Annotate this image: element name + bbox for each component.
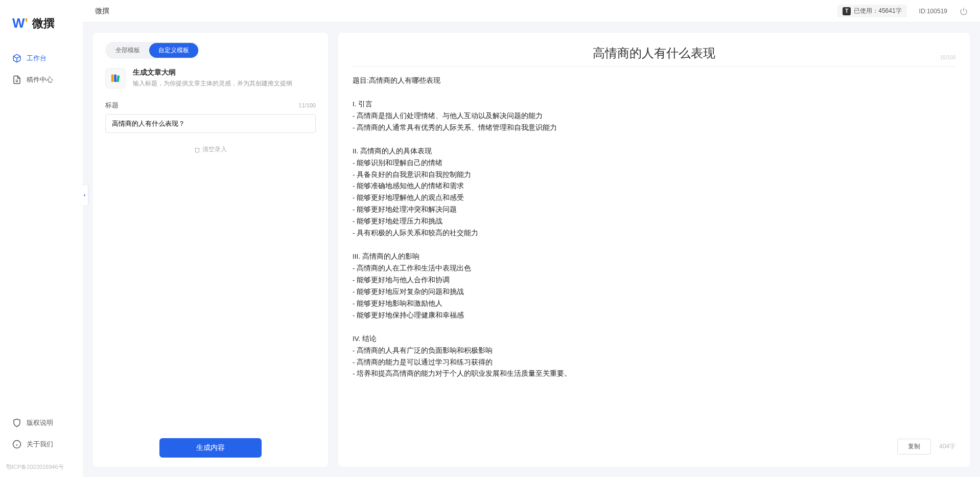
page-title: 微撰 [95,7,109,16]
text-icon: T [843,7,851,15]
sidebar-item-label: 版权说明 [27,418,53,427]
main-area: 微撰 T 已使用：45641字 ID:100519 全部模板 自定义模板 [83,0,980,477]
sidebar-collapse-handle[interactable] [81,185,88,206]
sidebar-nav: 工作台 稿件中心 [0,49,83,413]
power-button[interactable] [960,7,968,15]
shield-icon [12,418,21,427]
output-panel: 高情商的人有什么表现 10/100 题目:高情商的人有哪些表现 I. 引言 - … [338,33,970,467]
title-input[interactable] [105,114,316,133]
svg-rect-7 [111,75,114,82]
user-id: ID:100519 [919,8,947,15]
template-title: 生成文章大纲 [133,68,316,77]
icp-footer: 鄂ICP备2022016946号 [0,460,83,477]
output-title: 高情商的人有什么表现 [353,45,955,61]
sidebar-item-label: 工作台 [27,54,46,63]
tab-all-templates[interactable]: 全部模板 [106,43,149,58]
sidebar-item-label: 关于我们 [27,440,53,449]
title-label: 标题 [105,101,119,110]
sidebar-item-workspace[interactable]: 工作台 [6,49,77,68]
title-char-count: 11/100 [298,102,316,108]
template-card: 生成文章大纲 输入标题，为你提供文章主体的灵感，并为其创建推文提纲 [105,68,316,88]
logo-icon: W' [12,15,28,31]
sidebar: W' 微撰 工作台 稿件中心 版权说明 [0,0,83,477]
sidebar-item-copyright[interactable]: 版权说明 [6,413,77,433]
trash-icon [194,147,200,153]
output-word-count: 404字 [939,442,955,451]
sidebar-bottom-nav: 版权说明 关于我们 [0,413,83,460]
output-body[interactable]: 题目:高情商的人有哪些表现 I. 引言 - 高情商是指人们处理情绪、与他人互动以… [353,75,955,424]
template-desc: 输入标题，为你提供文章主体的灵感，并为其创建推文提纲 [133,79,316,88]
sidebar-item-about[interactable]: 关于我们 [6,435,77,454]
usage-badge: T 已使用：45641字 [837,5,906,17]
input-panel: 全部模板 自定义模板 生成文章大纲 输入标题，为你提供文章主体的灵感，并为其创建… [93,33,328,467]
sidebar-item-drafts[interactable]: 稿件中心 [6,70,77,89]
copy-button[interactable]: 复制 [897,439,931,455]
generate-button[interactable]: 生成内容 [159,438,262,458]
cube-icon [12,54,21,63]
output-title-count: 10/100 [940,55,955,60]
topbar: 微撰 T 已使用：45641字 ID:100519 [83,0,980,22]
clear-label: 清空录入 [202,145,227,154]
document-icon [12,75,21,84]
sidebar-item-label: 稿件中心 [27,75,53,84]
svg-rect-8 [114,75,116,82]
tab-custom-templates[interactable]: 自定义模板 [149,43,198,58]
svg-rect-9 [116,75,120,82]
brand-text: 微撰 [32,16,55,31]
brand-logo: W' 微撰 [0,0,83,49]
usage-label: 已使用：45641字 [854,7,901,15]
books-icon [105,68,126,88]
info-icon [12,440,21,449]
template-tabs: 全部模板 自定义模板 [105,42,199,59]
clear-input-button[interactable]: 清空录入 [105,139,316,160]
